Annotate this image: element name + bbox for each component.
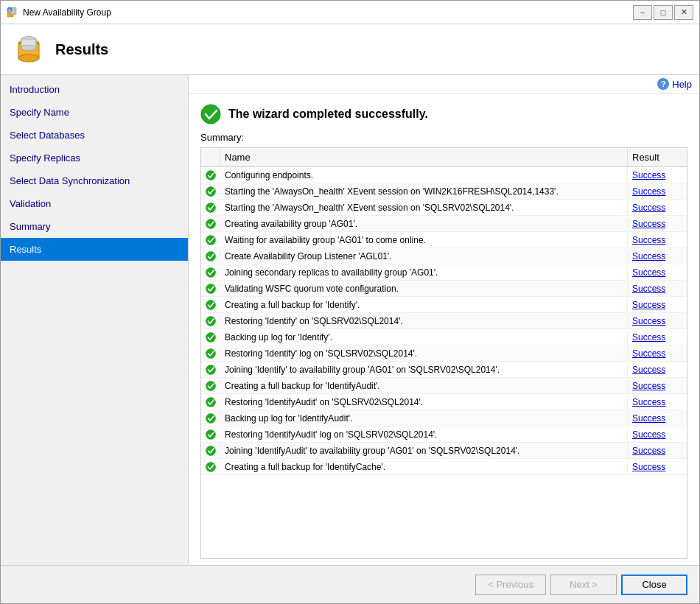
minimize-button[interactable]: − (633, 5, 652, 20)
sidebar-item-validation[interactable]: Validation (1, 192, 188, 215)
row-result: Success (628, 298, 687, 312)
result-link[interactable]: Success (632, 235, 665, 245)
window-controls: − □ ✕ (633, 5, 693, 20)
row-result: Success (628, 200, 687, 214)
svg-point-26 (206, 413, 215, 423)
success-banner: The wizard completed successfully. (189, 94, 699, 132)
result-link[interactable]: Success (632, 203, 665, 213)
previous-button[interactable]: < Previous (475, 575, 546, 595)
row-result: Success (628, 395, 687, 409)
row-result: Success (628, 168, 687, 182)
row-name: Creating a full backup for 'IdentifyCach… (220, 460, 628, 474)
row-name: Validating WSFC quorum vote configuratio… (220, 282, 628, 295)
row-result: Success (628, 265, 687, 279)
table-row: Waiting for availability group 'AG01' to… (201, 232, 687, 248)
result-link[interactable]: Success (632, 332, 665, 343)
row-name: Create Availability Group Listener 'AGL0… (220, 250, 628, 263)
success-icon (200, 104, 221, 124)
result-link[interactable]: Success (632, 381, 665, 391)
row-result: Success (628, 330, 687, 344)
table-row: Configuring endpoints. Success (201, 167, 687, 183)
svg-point-25 (206, 397, 215, 407)
row-name: Backing up log for 'Identify'. (220, 331, 628, 344)
svg-point-15 (206, 235, 215, 245)
result-link[interactable]: Success (632, 429, 665, 440)
row-status-icon (201, 428, 220, 441)
sidebar-item-specify-name[interactable]: Specify Name (1, 101, 188, 124)
next-button[interactable]: Next > (550, 575, 617, 595)
window-title: New Availability Group (23, 7, 633, 18)
result-link[interactable]: Success (632, 219, 665, 229)
th-result: Result (628, 148, 687, 166)
row-status-icon (201, 185, 220, 198)
table-row: Restoring 'IdentifyAudit' on 'SQLSRV02\S… (201, 394, 687, 410)
svg-point-21 (206, 332, 215, 342)
sidebar-item-specify-replicas[interactable]: Specify Replicas (1, 147, 188, 169)
svg-point-13 (206, 203, 215, 212)
sidebar-item-select-databases[interactable]: Select Databases (1, 124, 188, 147)
content-area: ? Help The wizard completed successfully… (189, 75, 699, 565)
row-status-icon (201, 412, 220, 425)
row-status-icon (201, 460, 220, 474)
result-link[interactable]: Success (632, 251, 665, 261)
page-header: Results (1, 24, 699, 75)
close-button[interactable]: Close (621, 575, 687, 595)
results-table: Name Result Configuring endpoints. Succe… (200, 147, 687, 559)
svg-point-23 (206, 365, 215, 374)
table-row: Creating a full backup for 'IdentifyCach… (201, 459, 687, 475)
row-name: Joining 'Identify' to availability group… (220, 363, 628, 376)
sidebar-item-introduction[interactable]: Introduction (1, 78, 188, 101)
svg-point-10 (201, 105, 220, 124)
svg-point-19 (206, 300, 215, 309)
row-status-icon (201, 217, 220, 231)
row-status-icon (201, 363, 220, 376)
table-row: Creating a full backup for 'IdentifyAudi… (201, 378, 687, 394)
table-row: Validating WSFC quorum vote configuratio… (201, 281, 687, 297)
row-name: Restoring 'IdentifyAudit' log on 'SQLSRV… (220, 428, 628, 441)
result-link[interactable]: Success (632, 462, 665, 472)
row-name: Starting the 'AlwaysOn_health' XEvent se… (220, 185, 628, 198)
table-row: Backing up log for 'IdentifyAudit'. Succ… (201, 410, 687, 426)
result-link[interactable]: Success (632, 170, 665, 180)
row-status-icon (201, 266, 220, 279)
row-name: Starting the 'AlwaysOn_health' XEvent se… (220, 201, 628, 214)
row-name: Joining secondary replicas to availabili… (220, 266, 628, 279)
result-link[interactable]: Success (632, 316, 665, 326)
close-window-button[interactable]: ✕ (674, 5, 693, 20)
help-icon: ? (657, 78, 669, 90)
row-result: Success (628, 379, 687, 393)
sidebar-item-select-data-sync[interactable]: Select Data Synchronization (1, 169, 188, 192)
title-bar: N New Availability Group − □ ✕ (1, 1, 699, 24)
row-name: Configuring endpoints. (220, 169, 628, 182)
row-name: Restoring 'IdentifyAudit' on 'SQLSRV02\S… (220, 396, 628, 409)
row-result: Success (628, 346, 687, 360)
svg-point-6 (18, 55, 39, 62)
sidebar-item-summary[interactable]: Summary (1, 215, 188, 238)
th-name: Name (220, 148, 628, 166)
row-result: Success (628, 411, 687, 425)
sidebar-item-results[interactable]: Results (1, 238, 188, 261)
table-header: Name Result (201, 148, 687, 167)
row-result: Success (628, 443, 687, 457)
result-link[interactable]: Success (632, 446, 665, 456)
result-link[interactable]: Success (632, 397, 665, 407)
maximize-button[interactable]: □ (654, 5, 673, 20)
svg-point-17 (206, 267, 215, 277)
svg-point-16 (206, 251, 215, 261)
row-status-icon (201, 444, 220, 457)
result-link[interactable]: Success (632, 348, 665, 359)
row-result: Success (628, 460, 687, 474)
svg-point-24 (206, 381, 215, 390)
result-link[interactable]: Success (632, 413, 665, 424)
result-link[interactable]: Success (632, 365, 665, 375)
row-result: Success (628, 314, 687, 328)
help-link[interactable]: ? Help (657, 78, 692, 90)
result-link[interactable]: Success (632, 284, 665, 294)
row-status-icon (201, 201, 220, 214)
result-link[interactable]: Success (632, 267, 665, 278)
row-name: Creating availability group 'AG01'. (220, 217, 628, 231)
svg-point-28 (206, 446, 215, 455)
row-status-icon (201, 331, 220, 344)
result-link[interactable]: Success (632, 300, 665, 310)
result-link[interactable]: Success (632, 186, 665, 197)
